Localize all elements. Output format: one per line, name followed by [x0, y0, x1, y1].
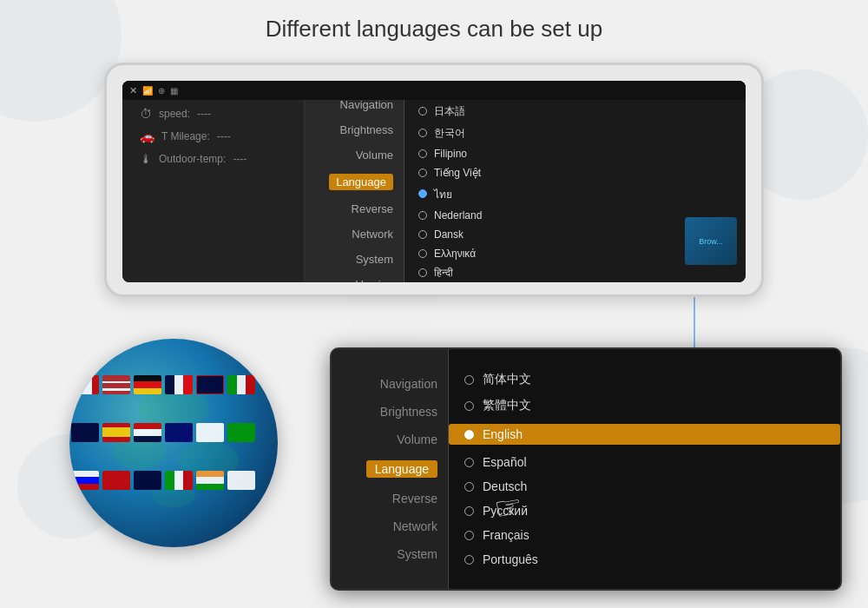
bot-menu-network[interactable]: Network: [393, 519, 437, 533]
menu-item-version[interactable]: Version: [356, 278, 393, 282]
flag-netherlands: [134, 423, 161, 442]
lang-radio-russian: [464, 506, 474, 516]
car-icon: 🚗: [140, 129, 155, 143]
left-info-panel: ⏱ speed: ---- 🚗 T Mileage: ---- 🌡 Outdoo…: [122, 81, 305, 282]
lang-radio-spanish: [464, 458, 474, 467]
close-icon: ✕: [129, 85, 137, 96]
signal-icon: ▦: [170, 86, 178, 96]
flag-italy: [227, 375, 255, 394]
lang-radio-portuguese: [464, 555, 474, 565]
menu-item-volume[interactable]: Volume: [356, 149, 393, 162]
lang-item-traditional-chinese[interactable]: 繁體中文: [464, 398, 825, 413]
flag-mexico: [165, 471, 193, 490]
temp-label: Outdoor-temp:: [159, 153, 226, 165]
flag-strip-bot: [69, 469, 278, 495]
lang-radio-korean: [418, 129, 427, 137]
mileage-value: ----: [217, 130, 231, 142]
top-device: ✕ 📶 ⊕ ▦ ⏱ speed: ---- 🚗 T Mileage: ---- …: [104, 63, 764, 297]
flag-germany: [134, 375, 161, 394]
browser-thumbnail: Brow...: [685, 217, 737, 265]
lang-radio-german: [464, 482, 474, 492]
menu-item-reverse[interactable]: Reverse: [352, 202, 393, 215]
flag-usa: [102, 375, 130, 394]
flag-strip-top: [69, 373, 278, 400]
lang-label-thai: ไทย: [434, 186, 452, 202]
flag-sweden: [165, 423, 193, 442]
lang-radio-dutch: [418, 211, 427, 220]
bottom-menu-panel: Navigation Brightness Volume Language Re…: [332, 349, 449, 589]
menu-item-system[interactable]: System: [356, 253, 393, 266]
lang-label-filipino: Filipino: [434, 148, 467, 160]
lang-label-japanese: 日本語: [434, 104, 465, 119]
flag-india: [196, 471, 224, 490]
bottom-lang-list: 简体中文 繁體中文 English Español Deutsch Русски…: [449, 349, 840, 589]
menu-item-network[interactable]: Network: [352, 228, 393, 241]
bluetooth-icon: ⊕: [158, 86, 165, 96]
flag-japan: [196, 423, 224, 442]
flag-russia: [71, 471, 99, 490]
lang-label-greek: Ελληνικά: [434, 248, 476, 260]
top-menu-panel: Navigation Brightness Volume Language Re…: [305, 81, 404, 282]
browser-label: Brow...: [699, 237, 723, 246]
lang-item-korean[interactable]: 한국어: [418, 126, 732, 141]
flag-eu: [71, 423, 99, 442]
wifi-icon: 📶: [142, 86, 153, 96]
lang-item-french[interactable]: Français: [464, 528, 825, 542]
flag-strip-mid: [69, 421, 278, 447]
lang-label-hindi: हिन्दी: [434, 267, 453, 279]
lang-radio-traditional-chinese: [464, 401, 474, 411]
lang-label-korean: 한국어: [434, 126, 465, 141]
lang-item-filipino[interactable]: Filipino: [418, 148, 732, 160]
menu-item-language[interactable]: Language: [329, 174, 393, 190]
lang-label-traditional-chinese: 繁體中文: [483, 398, 531, 413]
speedometer-icon: ⏱: [140, 107, 152, 121]
lang-label-dutch: Nederland: [434, 209, 482, 221]
lang-label-vietnamese: Tiếng Việt: [434, 167, 481, 179]
globe: [69, 339, 278, 547]
thermometer-icon: 🌡: [140, 152, 152, 166]
mileage-label: T Mileage:: [161, 130, 210, 142]
bot-menu-language[interactable]: Language: [366, 460, 437, 478]
lang-radio-japanese: [418, 107, 427, 116]
flag-korea: [227, 471, 255, 490]
lang-radio-danish: [418, 230, 427, 239]
lang-item-portuguese[interactable]: Português: [464, 552, 825, 566]
lang-label-danish: Dansk: [434, 228, 464, 241]
lang-label-english: English: [483, 427, 523, 441]
lang-item-thai[interactable]: ไทย: [418, 186, 732, 202]
flag-uk: [196, 375, 224, 394]
bot-menu-system[interactable]: System: [397, 547, 437, 561]
temp-value: ----: [233, 153, 247, 165]
lang-item-english[interactable]: English: [449, 424, 840, 445]
flag-france: [165, 375, 193, 394]
lang-radio-vietnamese: [418, 169, 427, 177]
bot-menu-brightness[interactable]: Brightness: [380, 405, 437, 419]
globe-container: [69, 339, 286, 556]
lang-radio-hindi: [418, 268, 427, 277]
mileage-row: 🚗 T Mileage: ----: [140, 129, 304, 143]
flag-brazil: [227, 423, 255, 442]
lang-item-spanish[interactable]: Español: [464, 455, 825, 469]
speed-label: speed:: [159, 108, 190, 120]
lang-item-simplified-chinese[interactable]: 简体中文: [464, 372, 825, 387]
lang-item-japanese[interactable]: 日本語: [418, 104, 732, 119]
flag-canada: [71, 375, 99, 394]
menu-item-brightness[interactable]: Brightness: [340, 123, 393, 136]
lang-radio-thai: [418, 189, 427, 198]
lang-radio-french: [464, 531, 474, 540]
lang-radio-filipino: [418, 149, 427, 158]
lang-label-simplified-chinese: 简体中文: [483, 372, 531, 387]
flag-spain: [102, 423, 130, 442]
speed-value: ----: [197, 108, 211, 120]
bot-menu-volume[interactable]: Volume: [397, 433, 437, 446]
lang-label-spanish: Español: [483, 455, 527, 469]
lang-item-hindi[interactable]: हिन्दी: [418, 267, 732, 279]
lang-radio-simplified-chinese: [464, 375, 474, 385]
bot-menu-reverse[interactable]: Reverse: [392, 492, 437, 506]
menu-item-navigation[interactable]: Navigation: [340, 98, 393, 111]
lang-radio-greek: [418, 249, 427, 258]
device-screen: ✕ 📶 ⊕ ▦ ⏱ speed: ---- 🚗 T Mileage: ---- …: [122, 81, 746, 282]
lang-item-vietnamese[interactable]: Tiếng Việt: [418, 167, 732, 179]
page-title: Different languages can be set up: [0, 16, 868, 43]
bot-menu-navigation[interactable]: Navigation: [380, 377, 437, 391]
